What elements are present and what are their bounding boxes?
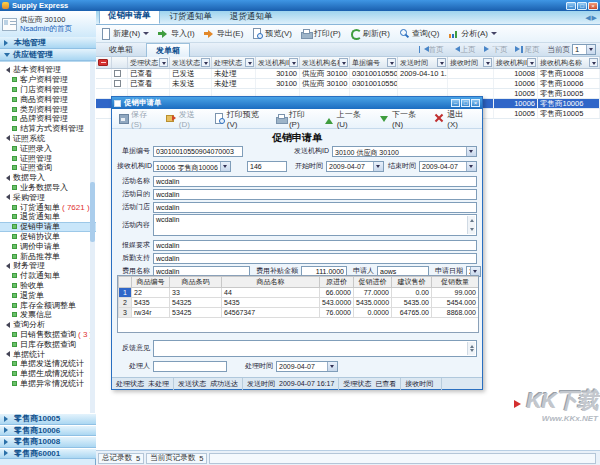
- sidebar-section-零售商60001[interactable]: 零售商60001: [0, 448, 96, 460]
- dialog-button-打印预览(V)[interactable]: 打印预览(V): [214, 109, 264, 129]
- item-column-header-原进价: 原进价: [320, 277, 354, 288]
- receiver-select[interactable]: 10006 零售商10006: [153, 161, 231, 172]
- pager-上页[interactable]: 上页: [451, 45, 476, 55]
- sidebar-section-零售商10008[interactable]: 零售商10008: [0, 436, 96, 448]
- start-date-select[interactable]: 2009-04-07: [326, 161, 384, 172]
- tree-bullet-icon: [12, 381, 17, 386]
- item-row[interactable]: 3rw34r534256456734776.00000.000064765.00…: [119, 308, 479, 318]
- tab-scroll-arrows-icon[interactable]: ◀▶: [585, 14, 598, 22]
- item-row[interactable]: 122334466.000077.00000.0099.000: [119, 288, 479, 298]
- grid-cell: 零售商10006: [538, 79, 600, 88]
- dialog-button-打印(P)[interactable]: 打印(P): [276, 109, 312, 129]
- end-date-select[interactable]: 2009-04-07: [419, 161, 477, 172]
- tab-outbox[interactable]: 发单箱: [146, 43, 190, 57]
- filter-dropdown-icon[interactable]: [245, 58, 254, 67]
- activity-content-textarea[interactable]: wcdalin: [153, 214, 477, 236]
- chevron-down-icon[interactable]: [220, 162, 230, 171]
- form-row-feedback: 反馈意见: [117, 339, 477, 357]
- column-header-处理状态[interactable]: 处理状态: [212, 57, 256, 68]
- dialog-button-保存(S)[interactable]: 保存(S): [118, 109, 154, 129]
- dialog-button-退出(X)[interactable]: 退出(X): [434, 109, 470, 129]
- row-checkbox[interactable]: [114, 70, 121, 77]
- column-header-发送状态[interactable]: 发送状态: [170, 57, 212, 68]
- column-header-发送时间[interactable]: 发送时间: [398, 57, 448, 68]
- chevron-down-icon[interactable]: [466, 162, 476, 171]
- dialog-button-下一条(N)[interactable]: 下一条(N): [379, 109, 422, 129]
- column-header-发送机构名称[interactable]: 发送机构名称: [300, 57, 350, 68]
- user-home-link[interactable]: Nsadmin的首页: [20, 24, 72, 33]
- table-row[interactable]: 已查看未发送未处理30100供应商 30100030100105509...10…: [96, 79, 600, 89]
- chevron-down-icon[interactable]: [373, 162, 383, 171]
- row-checkbox[interactable]: [114, 80, 121, 87]
- dialog-minimize-button[interactable]: –: [451, 99, 460, 107]
- maximize-button[interactable]: □: [577, 2, 587, 10]
- chevron-down-icon[interactable]: [466, 147, 476, 156]
- aux-input[interactable]: [247, 161, 287, 172]
- filter-dropdown-icon[interactable]: [289, 58, 298, 67]
- column-header-受理状态[interactable]: 受理状态: [128, 57, 170, 68]
- textarea-scrollbar[interactable]: [467, 342, 475, 355]
- activity-name-input[interactable]: [153, 176, 477, 187]
- toolbar-button-打印(P)[interactable]: 打印(P): [301, 28, 341, 39]
- chevron-down-icon[interactable]: [327, 362, 337, 371]
- tab-inbox[interactable]: 收单箱: [100, 43, 142, 56]
- filter-dropdown-icon[interactable]: [159, 58, 168, 67]
- filter-dropdown-icon[interactable]: [339, 58, 348, 67]
- filter-dropdown-icon[interactable]: [527, 58, 536, 67]
- docno-input[interactable]: [153, 146, 243, 157]
- table-row[interactable]: 已查看已发送未处理30100供应商 30100030100105509...20…: [96, 69, 600, 79]
- toolbar-button-导出(E)[interactable]: 导出(E): [204, 28, 244, 39]
- filter-dropdown-icon[interactable]: [437, 58, 446, 67]
- chevron-down-icon[interactable]: [491, 32, 497, 38]
- current-page-select[interactable]: 1: [572, 44, 596, 55]
- filter-dropdown-icon[interactable]: [589, 58, 598, 67]
- handler-input[interactable]: [153, 361, 227, 372]
- feedback-textarea[interactable]: [153, 340, 477, 357]
- dialog-maximize-button[interactable]: □: [461, 99, 470, 107]
- sidebar-section-supplychain[interactable]: 供应链管理: [0, 49, 96, 61]
- column-header-接收机构ID[interactable]: 接收机构ID: [494, 57, 538, 68]
- close-button[interactable]: ×: [588, 2, 598, 10]
- pager-首页[interactable]: 首页: [419, 45, 444, 55]
- tree-item-单据异常情况统计[interactable]: 单据异常情况统计: [0, 379, 96, 389]
- chevron-down-icon[interactable]: [586, 45, 595, 54]
- dialog-button-上一条(U)[interactable]: 上一条(U): [324, 109, 367, 129]
- toolbar-button-查询(Q)[interactable]: 查询(Q): [399, 28, 440, 39]
- sidebar-section-零售商10006[interactable]: 零售商10006: [0, 425, 96, 437]
- toolbar-button-分析(A)[interactable]: 分析(A): [448, 28, 497, 39]
- textarea-scrollbar[interactable]: [467, 216, 475, 234]
- logistics-input[interactable]: [153, 253, 477, 264]
- toolbar-button-预览(V)[interactable]: 预览(V): [252, 28, 292, 39]
- column-header-发送机构ID[interactable]: 发送机构ID: [256, 57, 300, 68]
- tab-退货通知单[interactable]: 退货通知单: [222, 10, 281, 24]
- pager-下页[interactable]: 下页: [483, 45, 508, 55]
- tree-item-验收单[interactable]: 验收单: [0, 281, 96, 291]
- sidebar-scrollbar[interactable]: [90, 62, 95, 413]
- toolbar-button-新建(N)[interactable]: 新建(N): [100, 28, 149, 39]
- activity-purpose-input[interactable]: [153, 189, 477, 200]
- activity-stores-input[interactable]: [153, 202, 477, 213]
- toolbar-button-导入(I)[interactable]: 导入(I): [158, 28, 195, 39]
- filter-dropdown-icon[interactable]: [201, 58, 210, 67]
- minimize-button[interactable]: –: [566, 2, 576, 10]
- pager-尾页[interactable]: 尾页: [515, 45, 540, 55]
- column-header-接收机构名称[interactable]: 接收机构名称: [538, 57, 600, 68]
- column-header-单据编号[interactable]: 单据编号: [350, 57, 398, 68]
- tree-item-付款通知单[interactable]: 付款通知单: [0, 271, 96, 281]
- chevron-down-icon[interactable]: [143, 32, 149, 38]
- column-header-接收时间[interactable]: 接收时间: [448, 57, 494, 68]
- sender-select[interactable]: 30100 供应商 30100: [332, 146, 477, 157]
- handle-time-select[interactable]: 2009-04-07: [276, 361, 338, 372]
- toolbar-button-刷新(R)[interactable]: 刷新(R): [350, 28, 390, 39]
- dialog-close-icon[interactable]: ×: [471, 99, 480, 107]
- chevron-down-icon: [4, 53, 10, 60]
- sidebar-section-零售商10005[interactable]: 零售商10005: [0, 413, 96, 425]
- item-row[interactable]: 25435543255435543.00005435.00005435.0054…: [119, 298, 479, 308]
- filter-dropdown-icon[interactable]: [483, 58, 492, 67]
- filter-dropdown-icon[interactable]: [387, 58, 396, 67]
- tab-订货通知单[interactable]: 订货通知单: [162, 10, 221, 24]
- sidebar-tree: 基本资料管理客户资料管理门店资料管理商品资料管理类别资料管理品牌资料管理结算方式…: [0, 61, 96, 413]
- dialog-button-发送(D)[interactable]: 发送(D): [166, 109, 202, 129]
- media-input[interactable]: [153, 240, 477, 251]
- sidebar-section-local[interactable]: 本地管理: [0, 37, 96, 49]
